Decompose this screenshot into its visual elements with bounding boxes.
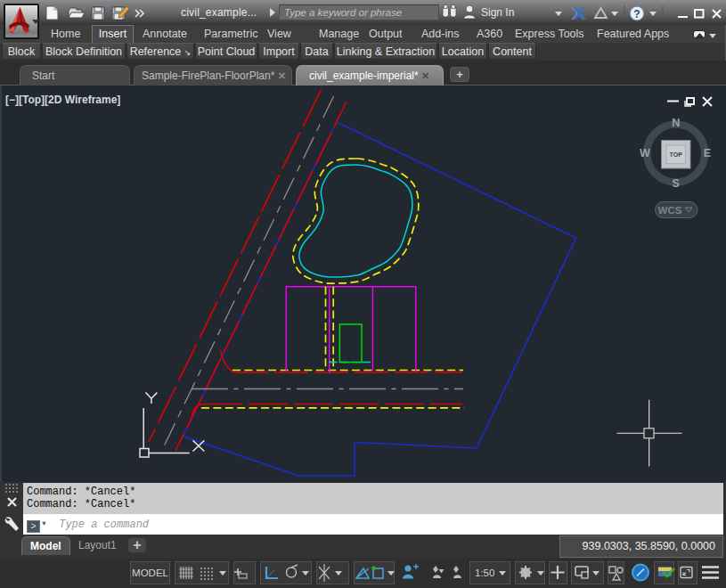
- svg-text:N: N: [672, 117, 680, 129]
- svg-text:E: E: [704, 147, 711, 159]
- svg-text:[−][Top][2D Wireframe]: [−][Top][2D Wireframe]: [5, 94, 120, 106]
- svg-text:S: S: [673, 177, 680, 190]
- svg-text:WCS: WCS: [658, 205, 682, 216]
- svg-text:TOP: TOP: [670, 151, 683, 158]
- svg-text:W: W: [640, 147, 650, 159]
- svg-text:?: ?: [633, 8, 640, 20]
